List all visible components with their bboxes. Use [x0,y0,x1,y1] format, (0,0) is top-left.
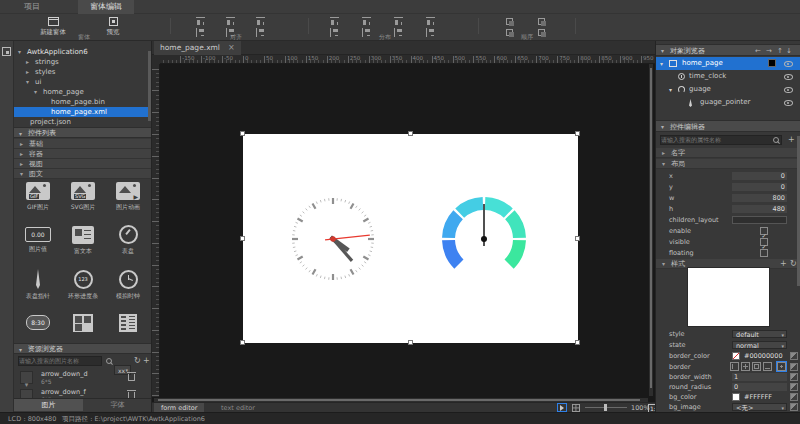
widget-editor-header[interactable]: ▾ 控件编辑器 [656,120,800,132]
distribute-h-center-icon[interactable] [362,17,372,26]
arrow-down-icon[interactable]: ↓ [786,45,792,57]
visibility-eye-icon[interactable] [784,72,793,81]
widget-svg-image[interactable]: SVG SVG图片 [60,182,106,212]
children-layout-field[interactable] [732,216,787,224]
align-middle-icon[interactable] [226,17,236,26]
style-advanced-icon[interactable] [790,403,798,411]
distribute-h-left-icon[interactable] [330,17,340,26]
tree-item-styles[interactable]: ▸ styles [14,67,152,77]
section-layout[interactable]: ▾ 布局 [656,159,800,169]
align-left-icon[interactable] [196,28,206,37]
object-node-guage-pointer[interactable]: guage_pointer [656,96,800,109]
zoom-slider[interactable] [585,403,627,412]
category-container[interactable]: ▸ 容器 [14,149,152,159]
artboard[interactable] [243,134,578,343]
tree-item-project-json[interactable]: project.json [14,117,152,127]
visibility-eye-icon[interactable] [784,59,793,68]
border-bottom-icon[interactable] [763,362,772,371]
widget-gauge[interactable]: 表盘 [105,225,151,256]
caret-down-icon[interactable]: ▾ [18,47,21,57]
widget-gauge-pointer[interactable]: 表盘指针 [15,269,61,301]
grid-icon[interactable] [572,404,580,412]
resource-item[interactable]: ▾ arrow_down_d 6*5 [14,369,146,387]
widget-text-block[interactable] [60,314,106,332]
canvas-vscrollbar[interactable] [649,64,653,396]
border-cross-icon[interactable] [741,362,750,371]
style-dropdown[interactable]: default ▾ [732,330,787,338]
widget-image-value[interactable]: 0.00 图片值 [15,227,61,254]
add-style-icon[interactable]: + [780,259,787,269]
border-inner-icon[interactable] [752,362,761,371]
category-basic[interactable]: ▸ 基础 [14,139,152,149]
w-field[interactable]: 800 [732,194,787,202]
arrow-up-icon[interactable]: ↑ [777,45,783,57]
tab-fonts[interactable]: 字体 [83,398,152,411]
menu-tab-project[interactable]: 项目 [12,0,52,14]
analog-clock-widget[interactable] [290,196,376,282]
border-left-icon[interactable] [730,362,739,371]
bring-forward-icon[interactable] [505,17,515,26]
refresh-style-icon[interactable]: ↻ [790,259,797,269]
distribute-h-even-icon[interactable] [426,17,436,26]
align-top-icon[interactable] [196,17,206,26]
pin-icon[interactable] [557,403,567,412]
object-node-home-page[interactable]: ▾ home_page [656,57,800,70]
style-advanced-icon[interactable] [790,352,798,360]
resource-search-input[interactable] [18,356,102,366]
tree-item-ui[interactable]: ▾ ui [14,77,152,87]
scrollbar[interactable] [148,51,151,121]
floating-checkbox[interactable] [760,249,768,257]
arrow-right-icon[interactable]: → [766,45,772,57]
add-resource-icon[interactable]: + [143,356,150,366]
tab-images[interactable]: 图片 [14,398,83,411]
bg-color-swatch[interactable] [732,393,740,401]
border-color-swatch[interactable] [732,352,740,360]
style-advanced-icon[interactable] [790,363,798,371]
search-icon[interactable] [772,136,780,145]
visibility-eye-icon[interactable] [784,98,793,107]
object-node-time-clock[interactable]: time_clock [656,70,800,83]
widget-list-view[interactable] [105,314,151,332]
distribute-v-even-icon[interactable] [426,28,436,37]
section-name[interactable]: ▸ 名字 [656,148,800,158]
arrow-left-icon[interactable]: ← [755,45,761,57]
node-color-swatch[interactable] [768,59,776,67]
visible-checkbox[interactable]: ✓ [760,238,768,246]
round-radius-field[interactable]: 0 [732,383,787,391]
forms-panel-icon[interactable] [2,47,11,56]
tree-item-strings[interactable]: ▸ strings [14,57,152,67]
gauge-widget[interactable] [440,195,528,283]
selection-handle[interactable] [408,131,413,136]
menu-tab-form-edit[interactable]: 窗体编辑 [78,0,134,14]
distribute-h-right-icon[interactable] [394,17,404,26]
visibility-eye-icon[interactable] [784,85,793,94]
widget-digital-clock[interactable]: 8:30 [15,315,61,330]
state-dropdown[interactable]: normal ▾ [732,341,787,349]
tree-item-home-page[interactable]: ▾ home_page [14,87,152,97]
send-backward-icon[interactable] [537,17,547,26]
border-width-field[interactable]: 1 [732,373,787,381]
resource-browser-header[interactable]: ▾ 资源浏览器 [14,343,152,354]
search-icon[interactable] [105,357,113,366]
selection-handle[interactable] [575,131,580,136]
doc-tab-home-page-xml[interactable]: home_page.xml× [154,41,241,55]
property-search-input[interactable] [660,135,782,145]
selection-handle[interactable] [240,340,245,345]
selection-handle[interactable] [240,236,245,241]
tree-item-root[interactable]: ▾ AwtkApplication6 [14,47,152,57]
border-all-icon[interactable] [777,362,786,371]
refresh-icon[interactable]: ↻ [134,356,141,366]
selection-handle[interactable] [575,236,580,241]
category-image-text[interactable]: ▾ 图文 [14,169,152,179]
widget-image-animation[interactable]: ▶ 图片动画 [105,182,151,212]
x-field[interactable]: 0 [732,172,787,180]
style-advanced-icon[interactable] [790,383,798,391]
widget-progress-circle[interactable]: 123 环形进度条 [60,270,106,301]
bg-image-dropdown[interactable]: <无> ▾ [732,403,787,411]
tree-item-home-page-xml[interactable]: home_page.xml [14,107,152,117]
caret-right-icon[interactable]: ▸ [26,67,29,77]
selection-handle[interactable] [575,340,580,345]
align-bottom-icon[interactable] [256,17,266,26]
tree-item-home-page-bin[interactable]: home_page.bin [14,97,152,107]
delete-icon[interactable] [128,374,135,381]
